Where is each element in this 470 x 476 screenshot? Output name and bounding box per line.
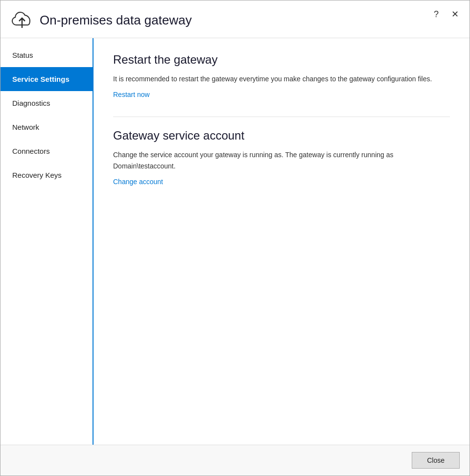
sidebar-item-connectors[interactable]: Connectors: [0, 139, 93, 163]
account-section-description: Change the service account your gateway …: [113, 149, 446, 171]
sidebar-item-service-settings[interactable]: Service Settings: [0, 67, 93, 91]
title-bar-controls: ? ✕: [429, 7, 462, 21]
restart-section-description: It is recommended to restart the gateway…: [113, 73, 446, 84]
section-divider: [113, 117, 450, 117]
app-window: On-premises data gateway ? ✕ Status Serv…: [0, 0, 470, 476]
sidebar-item-diagnostics[interactable]: Diagnostics: [0, 91, 93, 115]
close-button[interactable]: Close: [412, 452, 460, 469]
close-window-button[interactable]: ✕: [448, 7, 462, 21]
sidebar: Status Service Settings Diagnostics Netw…: [0, 38, 94, 445]
sidebar-item-recovery-keys[interactable]: Recovery Keys: [0, 163, 93, 187]
cloud-upload-icon: [10, 8, 34, 32]
sidebar-item-status[interactable]: Status: [0, 43, 93, 67]
footer: Close: [0, 445, 470, 476]
restart-section-title: Restart the gateway: [113, 53, 450, 67]
main-content: Status Service Settings Diagnostics Netw…: [0, 38, 470, 445]
app-title: On-premises data gateway: [40, 13, 192, 28]
sidebar-item-network[interactable]: Network: [0, 115, 93, 139]
help-button[interactable]: ?: [429, 7, 443, 21]
account-section: Gateway service account Change the servi…: [113, 129, 450, 186]
account-section-title: Gateway service account: [113, 129, 450, 143]
content-area: Restart the gateway It is recommended to…: [94, 38, 470, 445]
restart-section: Restart the gateway It is recommended to…: [113, 53, 450, 99]
change-account-link[interactable]: Change account: [113, 178, 163, 186]
title-bar: On-premises data gateway ? ✕: [0, 0, 470, 38]
restart-now-link[interactable]: Restart now: [113, 91, 150, 98]
